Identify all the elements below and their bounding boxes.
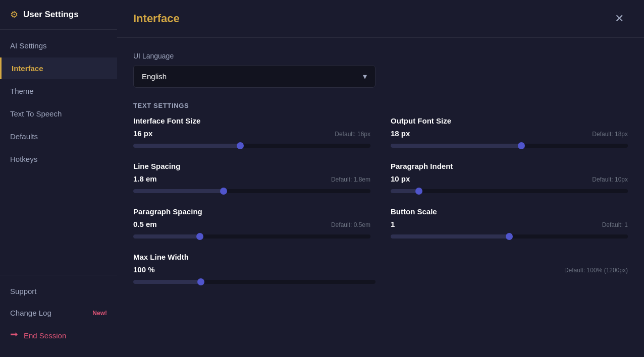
end-session-icon: ⮕	[10, 330, 19, 340]
setting-value: 10 px	[391, 174, 410, 183]
new-badge: New!	[92, 310, 107, 317]
setting-value-row: 100 % Default: 100% (1200px)	[133, 265, 628, 274]
setting-line-spacing: Line Spacing 1.8 em Default: 1.8em	[133, 162, 370, 193]
text-settings-section: Text Settings Interface Font Size 16 px …	[133, 102, 628, 284]
setting-default: Default: 16px	[335, 131, 370, 138]
language-section: UI Language English ▾	[133, 52, 628, 88]
output-font-size-slider[interactable]	[391, 144, 628, 148]
sidebar-item-theme[interactable]: Theme	[0, 80, 117, 102]
support-label: Support	[10, 287, 37, 295]
setting-name: Paragraph Spacing	[133, 207, 370, 216]
setting-default: Default: 18px	[592, 131, 628, 138]
setting-name: Output Font Size	[391, 116, 628, 125]
setting-value-row: 18 px Default: 18px	[391, 129, 628, 138]
setting-default: Default: 1	[602, 221, 628, 228]
sidebar-bottom: Support Change Log New! ⮕ End Session	[0, 275, 117, 357]
settings-grid: Interface Font Size 16 px Default: 16px …	[133, 116, 628, 239]
setting-value: 1.8 em	[133, 174, 157, 183]
sidebar-item-label: AI Settings	[10, 41, 47, 50]
font-size-slider[interactable]	[133, 144, 370, 148]
sidebar-item-ai-settings[interactable]: AI Settings	[0, 35, 117, 56]
setting-default: Default: 10px	[592, 176, 628, 183]
line-spacing-slider[interactable]	[133, 189, 370, 193]
setting-value-row: 1.8 em Default: 1.8em	[133, 174, 370, 183]
sidebar: ⚙ User Settings AI Settings Interface Th…	[0, 0, 117, 357]
settings-icon: ⚙	[10, 9, 18, 20]
setting-value: 18 px	[391, 129, 410, 138]
sidebar-item-label: Hotkeys	[10, 155, 37, 163]
language-label: UI Language	[133, 52, 628, 60]
button-scale-slider[interactable]	[391, 234, 628, 239]
change-log-label: Change Log	[10, 309, 51, 317]
setting-value-row: 10 px Default: 10px	[391, 174, 628, 183]
setting-paragraph-spacing: Paragraph Spacing 0.5 em Default: 0.5em	[133, 207, 370, 239]
page-title: Interface	[133, 12, 180, 25]
max-line-width-slider[interactable]	[133, 280, 375, 284]
setting-max-line-width: Max Line Width 100 % Default: 100% (1200…	[133, 253, 628, 284]
setting-output-font-size: Output Font Size 18 px Default: 18px	[391, 116, 628, 148]
setting-name: Line Spacing	[133, 162, 370, 170]
chevron-down-icon: ▾	[363, 72, 367, 81]
language-value: English	[142, 72, 167, 81]
sidebar-nav: AI Settings Interface Theme Text To Spee…	[0, 30, 117, 275]
setting-default: Default: 1.8em	[331, 176, 370, 183]
close-button[interactable]: ✕	[611, 10, 628, 27]
sidebar-item-label: Interface	[12, 64, 43, 73]
setting-default: Default: 100% (1200px)	[564, 267, 628, 274]
setting-name: Interface Font Size	[133, 116, 370, 125]
setting-value-row: 0.5 em Default: 0.5em	[133, 220, 370, 228]
setting-name: Max Line Width	[133, 253, 628, 261]
sidebar-item-interface[interactable]: Interface	[0, 57, 117, 79]
paragraph-spacing-slider[interactable]	[133, 234, 370, 239]
end-session-label: End Session	[24, 331, 66, 340]
setting-value: 100 %	[133, 265, 155, 274]
setting-value-row: 1 Default: 1	[391, 220, 628, 228]
sidebar-item-label: Defaults	[10, 132, 38, 141]
setting-value-row: 16 px Default: 16px	[133, 129, 370, 138]
sidebar-item-defaults[interactable]: Defaults	[0, 126, 117, 147]
setting-default: Default: 0.5em	[331, 221, 370, 228]
end-session-button[interactable]: ⮕ End Session	[0, 324, 117, 347]
setting-interface-font-size: Interface Font Size 16 px Default: 16px	[133, 116, 370, 148]
sidebar-item-change-log[interactable]: Change Log New!	[0, 302, 117, 324]
sidebar-item-label: Text To Speech	[10, 109, 62, 118]
main-header: Interface ✕	[117, 0, 644, 38]
sidebar-item-label: Theme	[10, 87, 34, 95]
main-content: Interface ✕ UI Language English ▾ Text S…	[117, 0, 644, 357]
text-settings-label: Text Settings	[133, 102, 628, 109]
setting-name: Paragraph Indent	[391, 162, 628, 170]
setting-value: 1	[391, 220, 395, 228]
setting-paragraph-indent: Paragraph Indent 10 px Default: 10px	[391, 162, 628, 193]
paragraph-indent-slider[interactable]	[391, 189, 628, 193]
sidebar-item-text-to-speech[interactable]: Text To Speech	[0, 103, 117, 125]
sidebar-item-hotkeys[interactable]: Hotkeys	[0, 148, 117, 170]
main-body: UI Language English ▾ Text Settings Inte…	[117, 38, 644, 357]
language-select[interactable]: English ▾	[133, 65, 375, 88]
setting-name: Button Scale	[391, 207, 628, 216]
setting-button-scale: Button Scale 1 Default: 1	[391, 207, 628, 239]
sidebar-title: User Settings	[23, 10, 79, 20]
setting-value: 0.5 em	[133, 220, 157, 228]
sidebar-item-support[interactable]: Support	[0, 280, 117, 302]
setting-value: 16 px	[133, 129, 152, 138]
sidebar-header: ⚙ User Settings	[0, 0, 117, 30]
